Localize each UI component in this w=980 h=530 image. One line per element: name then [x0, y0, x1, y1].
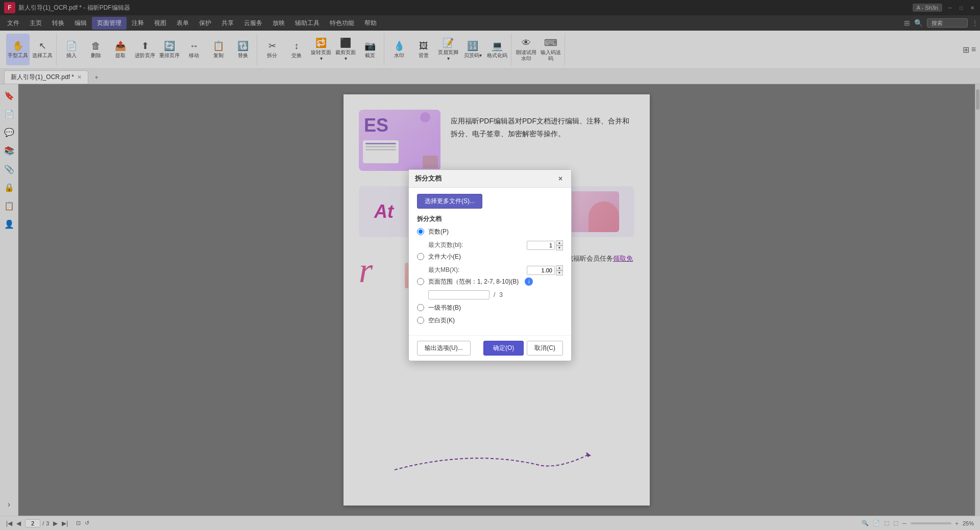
range-input[interactable] — [428, 290, 489, 299]
max-mb-label: 最大MB(X): — [428, 266, 459, 274]
max-pages-up-button[interactable]: ▲ — [556, 240, 563, 245]
dialog-action-buttons: 确定(O) 取消(C) — [483, 341, 563, 356]
max-mb-input-group: ▲ ▼ — [527, 265, 563, 275]
dialog-overlay[interactable]: 拆分文档 × 选择更多文件(S)... 拆分文档 页数(P) 最大页数(bl): — [0, 0, 980, 530]
select-files-button[interactable]: 选择更多文件(S)... — [417, 194, 482, 209]
option-range-radio[interactable] — [417, 278, 424, 285]
option-bookmark-row: 一级书签(B) — [417, 304, 563, 312]
option-bookmark-radio[interactable] — [417, 304, 424, 311]
split-document-dialog: 拆分文档 × 选择更多文件(S)... 拆分文档 页数(P) 最大页数(bl): — [408, 169, 572, 361]
range-input-row: / 3 — [417, 290, 563, 299]
dialog-close-button[interactable]: × — [556, 174, 565, 183]
option-blankpage-label[interactable]: 空白页(K) — [428, 316, 455, 325]
max-mb-input[interactable] — [527, 266, 555, 275]
range-slash: / — [494, 291, 495, 298]
option-pages-radio[interactable] — [417, 228, 424, 235]
max-pages-row: 最大页数(bl): ▲ ▼ — [417, 240, 563, 250]
info-icon[interactable]: i — [525, 277, 533, 286]
option-filesize-radio[interactable] — [417, 253, 424, 260]
max-pages-input[interactable] — [527, 241, 555, 250]
ok-button[interactable]: 确定(O) — [483, 341, 524, 356]
option-blankpage-row: 空白页(K) — [417, 316, 563, 325]
max-mb-row: 最大MB(X): ▲ ▼ — [417, 265, 563, 275]
dialog-body: 选择更多文件(S)... 拆分文档 页数(P) 最大页数(bl): ▲ ▼ — [409, 188, 571, 335]
max-pages-spinner: ▲ ▼ — [556, 240, 563, 250]
max-pages-input-group: ▲ ▼ — [527, 240, 563, 250]
cancel-button[interactable]: 取消(C) — [527, 341, 563, 356]
option-filesize-row: 文件大小(E) — [417, 253, 563, 261]
max-pages-label: 最大页数(bl): — [428, 241, 463, 249]
option-pages-row: 页数(P) — [417, 228, 563, 236]
range-total: 3 — [499, 291, 503, 298]
max-mb-up-button[interactable]: ▲ — [556, 265, 563, 270]
dialog-title: 拆分文档 — [415, 174, 442, 183]
option-bookmark-label[interactable]: 一级书签(B) — [428, 304, 461, 312]
dialog-titlebar: 拆分文档 × — [409, 170, 571, 188]
option-range-label[interactable]: 页面范围（范例：1, 2-7, 8-10)(B) — [428, 277, 519, 286]
max-mb-spinner: ▲ ▼ — [556, 265, 563, 275]
option-range-row: 页面范围（范例：1, 2-7, 8-10)(B) i — [417, 277, 563, 286]
option-blankpage-radio[interactable] — [417, 317, 424, 324]
option-pages-label[interactable]: 页数(P) — [428, 228, 449, 236]
option-filesize-label[interactable]: 文件大小(E) — [428, 253, 461, 261]
max-mb-down-button[interactable]: ▼ — [556, 270, 563, 275]
dialog-footer: 输出选项(U)... 确定(O) 取消(C) — [409, 335, 571, 361]
dialog-section-label: 拆分文档 — [417, 215, 563, 223]
output-options-button[interactable]: 输出选项(U)... — [417, 341, 471, 356]
max-pages-down-button[interactable]: ▼ — [556, 245, 563, 250]
